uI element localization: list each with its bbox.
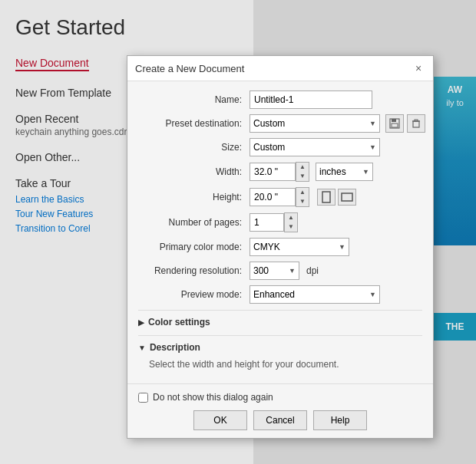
width-row: Width: ▲ ▼ inches ▼ <box>138 162 422 182</box>
resolution-row: Rendering resolution: 300 ▼ dpi <box>138 262 422 280</box>
svg-rect-6 <box>322 192 330 202</box>
resolution-value: 300 <box>253 265 269 276</box>
description-label: Description <box>150 342 200 353</box>
resolution-unit: dpi <box>306 265 319 276</box>
name-input[interactable] <box>250 90 372 109</box>
color-settings-section: ▶ Color settings <box>138 310 422 329</box>
svg-rect-3 <box>413 121 419 127</box>
width-unit-value: inches <box>319 166 346 177</box>
size-value: Custom <box>253 142 285 153</box>
color-settings-label: Color settings <box>148 317 210 327</box>
height-label: Height: <box>138 192 250 202</box>
preset-row: Preset destination: Custom ▼ <box>138 114 422 133</box>
height-spinner: ▲ ▼ <box>250 187 309 207</box>
dialog-titlebar: Create a New Document × <box>127 56 433 81</box>
width-spinner: ▲ ▼ <box>250 162 309 182</box>
color-mode-arrow-icon: ▼ <box>339 243 345 251</box>
svg-rect-5 <box>415 120 418 121</box>
ok-button[interactable]: OK <box>193 410 247 430</box>
name-control <box>250 90 422 109</box>
preview-mode-label: Preview mode: <box>138 289 250 300</box>
dialog-body: Name: Preset destination: Custom ▼ <box>127 81 433 380</box>
width-unit-arrow-icon: ▼ <box>362 168 369 176</box>
pages-increment-button[interactable]: ▲ <box>285 213 297 222</box>
width-unit-dropdown[interactable]: inches ▼ <box>316 163 373 181</box>
height-input[interactable] <box>250 188 296 206</box>
preset-label: Preset destination: <box>138 118 250 129</box>
width-spinner-buttons: ▲ ▼ <box>296 162 309 182</box>
height-spinner-buttons: ▲ ▼ <box>296 187 309 207</box>
orientation-buttons <box>317 189 356 206</box>
landscape-icon <box>341 193 353 202</box>
preview-mode-row: Preview mode: Enhanced ▼ <box>138 285 422 304</box>
no-show-label: Do not show this dialog again <box>153 392 273 403</box>
preview-mode-arrow-icon: ▼ <box>369 291 376 298</box>
dialog-footer: Do not show this dialog again OK Cancel … <box>127 383 433 438</box>
color-mode-value: CMYK <box>253 242 280 252</box>
width-increment-button[interactable]: ▲ <box>296 163 309 172</box>
resolution-arrow-icon: ▼ <box>289 267 296 275</box>
preset-arrow-icon: ▼ <box>369 120 376 127</box>
description-text: Select the width and height for your doc… <box>149 359 422 370</box>
preset-control: Custom ▼ <box>250 114 425 133</box>
color-mode-row: Primary color mode: CMYK ▼ <box>138 238 422 256</box>
svg-rect-2 <box>392 123 398 127</box>
color-mode-control: CMYK ▼ <box>250 238 422 256</box>
pages-input[interactable] <box>250 213 284 232</box>
preview-mode-value: Enhanced <box>253 289 295 300</box>
preset-dropdown[interactable]: Custom ▼ <box>250 114 380 133</box>
svg-rect-7 <box>342 193 352 201</box>
pages-row: Number of pages: ▲ ▼ <box>138 212 422 232</box>
size-dropdown[interactable]: Custom ▼ <box>250 138 380 156</box>
width-control: ▲ ▼ inches ▼ <box>250 162 422 182</box>
name-row: Name: <box>138 90 422 109</box>
description-section: ▼ Description Select the width and heigh… <box>138 335 422 370</box>
help-button[interactable]: Help <box>313 410 367 430</box>
save-icon <box>389 118 400 129</box>
preset-save-button[interactable] <box>385 114 404 133</box>
dialog-close-button[interactable]: × <box>412 61 425 75</box>
pages-decrement-button[interactable]: ▼ <box>285 222 297 232</box>
width-input[interactable] <box>250 163 296 181</box>
dialog-button-row: OK Cancel Help <box>138 410 422 430</box>
size-label: Size: <box>138 142 250 153</box>
preset-value: Custom <box>253 118 285 129</box>
preview-mode-control: Enhanced ▼ <box>250 285 422 304</box>
no-show-checkbox[interactable] <box>138 393 148 403</box>
dialog-title: Create a New Document <box>135 63 244 74</box>
cancel-button[interactable]: Cancel <box>253 410 307 430</box>
height-row: Height: ▲ ▼ <box>138 187 422 207</box>
no-show-checkbox-row: Do not show this dialog again <box>138 392 422 403</box>
resolution-dropdown[interactable]: 300 ▼ <box>250 262 299 280</box>
color-mode-label: Primary color mode: <box>138 242 250 252</box>
pages-spinner-buttons: ▲ ▼ <box>284 212 298 232</box>
portrait-icon <box>322 191 331 203</box>
height-control: ▲ ▼ <box>250 187 422 207</box>
resolution-label: Rendering resolution: <box>138 265 250 276</box>
width-decrement-button[interactable]: ▼ <box>296 172 309 181</box>
size-arrow-icon: ▼ <box>369 143 376 151</box>
svg-rect-1 <box>392 119 396 122</box>
resolution-control: 300 ▼ dpi <box>250 262 422 280</box>
preview-mode-dropdown[interactable]: Enhanced ▼ <box>250 285 380 304</box>
color-settings-header[interactable]: ▶ Color settings <box>138 315 422 329</box>
color-settings-collapse-icon: ▶ <box>138 318 144 327</box>
pages-control: ▲ ▼ <box>250 212 422 232</box>
landscape-button[interactable] <box>338 189 356 206</box>
description-collapse-icon: ▼ <box>138 344 146 352</box>
pages-spinner: ▲ ▼ <box>250 212 298 232</box>
description-header[interactable]: ▼ Description <box>138 341 422 354</box>
size-row: Size: Custom ▼ <box>138 138 422 156</box>
width-label: Width: <box>138 166 250 177</box>
create-document-dialog: Create a New Document × Name: Preset des… <box>127 55 434 439</box>
height-increment-button[interactable]: ▲ <box>296 188 309 197</box>
pages-label: Number of pages: <box>138 217 250 228</box>
size-control: Custom ▼ <box>250 138 422 156</box>
height-decrement-button[interactable]: ▼ <box>296 197 309 206</box>
color-mode-dropdown[interactable]: CMYK ▼ <box>250 238 349 256</box>
portrait-button[interactable] <box>317 189 336 206</box>
trash-icon <box>411 118 421 129</box>
name-label: Name: <box>138 94 250 105</box>
preset-delete-button[interactable] <box>407 114 425 133</box>
